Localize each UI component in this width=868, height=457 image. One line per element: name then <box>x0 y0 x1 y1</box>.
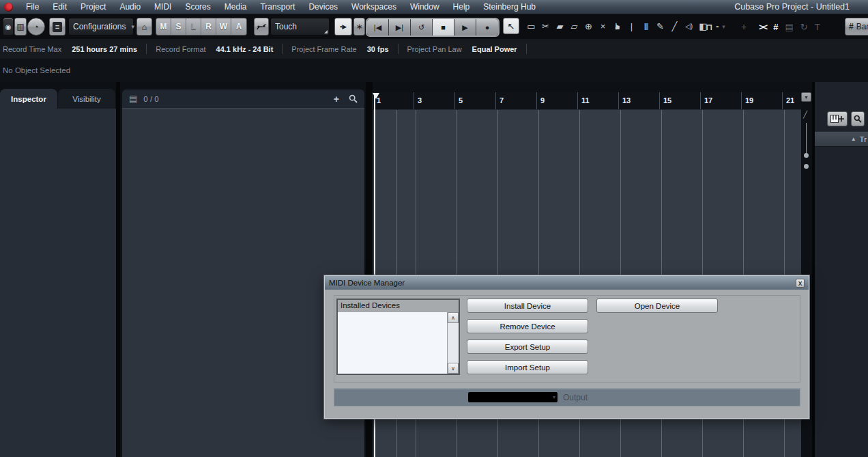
ruler-mark: 15 <box>659 92 700 109</box>
refresh-icon[interactable]: ↻ <box>800 18 808 36</box>
track-state-button[interactable]: W <box>216 18 231 35</box>
play-button[interactable]: ▶ <box>454 19 476 36</box>
studio-button[interactable]: ⌂ <box>136 18 152 36</box>
track-state-button[interactable]: R <box>201 18 216 35</box>
rack-header-label: Tr <box>860 135 867 143</box>
menu-item[interactable]: Help <box>446 0 477 14</box>
track-state-button[interactable]: L <box>186 18 201 35</box>
menu-item[interactable]: Media <box>218 0 254 14</box>
add-instrument-button[interactable] <box>827 111 848 126</box>
automation-button[interactable] <box>254 18 269 36</box>
ruler[interactable]: 13579111315171921 <box>373 92 801 110</box>
menu-item[interactable]: Audio <box>113 0 147 14</box>
track-state-button[interactable]: A <box>231 18 246 35</box>
play-tool[interactable]: ◁) <box>682 18 696 34</box>
zoom-slider-handle[interactable] <box>804 164 809 169</box>
menu-item[interactable]: Devices <box>302 0 345 14</box>
object-selection-tool[interactable]: ↖ <box>503 18 519 34</box>
status-value[interactable]: 30 fps <box>367 45 389 53</box>
status-value[interactable]: 251 hours 27 mins <box>72 45 137 53</box>
add-track-button[interactable]: + <box>334 94 339 105</box>
stop-button[interactable]: ■ <box>433 19 454 36</box>
window-layout-button[interactable]: ▥ <box>14 18 27 36</box>
menu-item[interactable]: File <box>19 0 46 14</box>
configurations-dropdown[interactable]: Configurations ▾ <box>68 18 134 36</box>
menu-item[interactable]: Steinberg Hub <box>476 0 542 14</box>
zoom-slider-track[interactable] <box>806 123 807 156</box>
install-device-button[interactable]: Install Device <box>467 299 588 313</box>
auto-scroll-button[interactable]: ▪▶ <box>334 18 352 36</box>
close-icon: x <box>798 279 802 287</box>
ruler-mark: 11 <box>577 92 618 109</box>
snap-button[interactable]: >< <box>759 18 766 36</box>
menu-item[interactable]: Transport <box>253 0 302 14</box>
automation-mode-dropdown[interactable]: Touch <box>270 18 330 36</box>
menu-item[interactable]: Window <box>403 0 446 14</box>
rack-sort-header[interactable]: ▲ Tr <box>815 131 868 147</box>
grid-icon[interactable]: # <box>773 18 778 36</box>
dialog-title-bar[interactable]: MIDI Device Manager x <box>325 276 809 290</box>
configurations-list-button[interactable]: ≡ <box>49 18 66 36</box>
automation-mode-label: Touch <box>275 22 297 31</box>
line-tool[interactable]: ╱ <box>667 18 682 34</box>
status-value[interactable]: 44.1 kHz - 24 Bit <box>216 45 274 53</box>
mute-tool[interactable]: × <box>596 18 610 34</box>
line-type-dropdown-icon[interactable]: ▾ <box>722 18 725 36</box>
menu-item[interactable]: Project <box>74 0 113 14</box>
filter-dropdown-icon[interactable]: T <box>815 18 820 36</box>
output-dropdown[interactable]: ▾ <box>468 392 558 402</box>
ruler-mark: 19 <box>741 92 782 109</box>
grid-type-dropdown[interactable]: # Bar <box>845 18 868 36</box>
close-button[interactable]: x <box>796 279 805 288</box>
automation-icon <box>257 23 266 31</box>
split-tool[interactable]: ✂ <box>538 18 553 34</box>
menu-item[interactable]: Edit <box>46 0 74 14</box>
remove-device-button[interactable]: Remove Device <box>467 319 588 333</box>
zoom-slider-handle[interactable] <box>804 153 809 158</box>
tab-visibility[interactable]: Visibility <box>58 89 115 109</box>
tab-inspector[interactable]: Inspector <box>0 89 57 109</box>
zoom-preset-icon[interactable]: ╱ <box>803 111 807 118</box>
menu-item[interactable]: Workspaces <box>345 0 403 14</box>
range-selection-tool[interactable]: ▭ <box>524 18 538 34</box>
crosshair-icon[interactable]: + <box>741 18 747 36</box>
comp-tool[interactable]: ☛ <box>610 18 624 34</box>
time-warp-tool[interactable]: | <box>624 18 639 34</box>
zoom-tool[interactable]: ⊕ <box>581 18 596 34</box>
open-device-button[interactable]: Open Device <box>596 299 718 313</box>
glue-tool[interactable]: ▰ <box>553 18 567 34</box>
record-button[interactable]: ● <box>476 19 498 36</box>
time-display-button[interactable]: ◔ <box>27 18 45 36</box>
menu-item[interactable]: Scores <box>178 0 217 14</box>
scroll-up-button[interactable]: ∧ <box>448 312 459 323</box>
cycle-button[interactable]: ↺ <box>411 19 433 36</box>
export-setup-button[interactable]: Export Setup <box>467 340 588 354</box>
line-type-value: - <box>716 18 719 36</box>
ruler-mark: 21 <box>782 92 801 109</box>
status-value[interactable]: Equal Power <box>472 45 517 53</box>
part-editing-icon[interactable]: ▤ <box>785 18 793 36</box>
playhead-marker[interactable] <box>373 93 379 99</box>
installed-devices-list[interactable]: ∧ ∨ <box>338 312 459 374</box>
draw-tool[interactable]: ✎ <box>653 18 667 34</box>
scroll-down-button[interactable]: ∨ <box>448 363 459 374</box>
step-line-icon[interactable]: ⊓ <box>706 18 712 36</box>
cubase-window: FileEditProjectAudioMIDIScoresMediaTrans… <box>0 0 868 457</box>
suspend-auto-scroll-button[interactable]: ∗ <box>353 18 365 36</box>
ruler-mark: 13 <box>618 92 659 109</box>
status-label: Record Format <box>156 45 205 53</box>
scrollbar[interactable]: ∧ ∨ <box>447 312 459 374</box>
erase-tool[interactable]: ▱ <box>567 18 581 34</box>
activate-project-button[interactable]: ◉ <box>3 18 14 36</box>
import-setup-button[interactable]: Import Setup <box>467 360 588 374</box>
track-state-button[interactable]: M <box>156 18 171 35</box>
multi-line-tool[interactable]: ||| <box>639 18 653 34</box>
menu-item[interactable]: MIDI <box>147 0 178 14</box>
search-button[interactable] <box>851 111 865 126</box>
goto-prev-marker-button[interactable]: |◀ <box>367 19 389 36</box>
goto-next-marker-button[interactable]: ▶| <box>389 19 411 36</box>
ruler-options-button[interactable]: ▼ <box>801 92 811 102</box>
track-state-button[interactable]: S <box>171 18 186 35</box>
track-list-icon[interactable]: ▤ <box>129 94 137 104</box>
search-icon[interactable] <box>349 94 358 103</box>
